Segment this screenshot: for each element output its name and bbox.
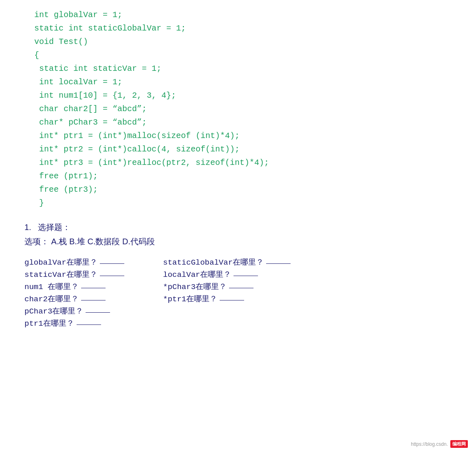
fill-localvar: localVar在哪里？ (163, 269, 302, 280)
pchar3-deref-underline (229, 288, 253, 288)
code-line-4: { (24, 48, 460, 62)
globalvar-label: globalVar在哪里？ (24, 257, 97, 267)
fill-row-5: pChar3在哪里？ (24, 306, 460, 316)
ptr1-deref-label: *ptr1在哪里？ (163, 294, 217, 304)
ptr1-label: ptr1在哪里？ (24, 318, 74, 329)
fill-row-3: num1 在哪里？ *pChar3在哪里？ (24, 281, 460, 292)
pchar3-label: pChar3在哪里？ (24, 306, 83, 316)
fill-globalvar: globalVar在哪里？ (24, 257, 163, 267)
ptr1-deref-underline (220, 300, 244, 300)
char2-underline (81, 300, 106, 300)
localvar-label: localVar在哪里？ (163, 269, 231, 280)
localvar-underline (234, 276, 258, 276)
watermark: https://blog.csdn. 编程网 (411, 440, 468, 448)
fill-row-1: globalVar在哪里？ staticGlobalVar在哪里？ (24, 257, 460, 267)
staticvar-label: staticVar在哪里？ (24, 269, 97, 280)
fill-ptr1-deref: *ptr1在哪里？ (163, 294, 302, 304)
globalvar-underline (100, 263, 124, 264)
fill-pchar3-deref: *pChar3在哪里？ (163, 281, 302, 292)
fill-staticvar: staticVar在哪里？ (24, 269, 163, 280)
num1-underline (81, 288, 106, 288)
staticglobalvar-underline (266, 263, 291, 264)
pchar3-underline (86, 312, 110, 313)
code-line-2: static int staticGlobalVar = 1; (24, 22, 460, 35)
code-line-7: int num1[10] = {1, 2, 3, 4}; (24, 89, 460, 102)
staticglobalvar-label: staticGlobalVar在哪里？ (163, 257, 264, 267)
code-block: int globalVar = 1; static int staticGlob… (16, 8, 460, 210)
watermark-url: https://blog.csdn. (411, 441, 448, 447)
staticvar-underline (100, 276, 124, 276)
code-line-14: free (ptr3); (24, 183, 460, 196)
fill-staticglobalvar: staticGlobalVar在哪里？ (163, 257, 302, 267)
pchar3-deref-label: *pChar3在哪里？ (163, 281, 227, 292)
question-title: 1. 选择题： (24, 222, 460, 233)
fill-pchar3: pChar3在哪里？ (24, 306, 163, 316)
code-line-9: char* pChar3 = “abcd”; (24, 116, 460, 129)
watermark-logo: 编程网 (450, 440, 468, 448)
fill-num1: num1 在哪里？ (24, 281, 163, 292)
question-options: 选项： A.栈 B.堆 C.数据段 D.代码段 (24, 236, 460, 247)
ptr1-underline (77, 324, 101, 325)
code-line-3: void Test() (24, 35, 460, 48)
fill-ptr1: ptr1在哪里？ (24, 318, 163, 329)
code-line-5: static int staticVar = 1; (24, 62, 460, 75)
num1-label: num1 在哪里？ (24, 281, 79, 292)
code-line-12: int* ptr3 = (int*)realloc(ptr2, sizeof(i… (24, 156, 460, 169)
code-line-8: char char2[] = “abcd”; (24, 102, 460, 116)
fill-row-4: char2在哪里？ *ptr1在哪里？ (24, 294, 460, 304)
question-section: 1. 选择题： 选项： A.栈 B.堆 C.数据段 D.代码段 globalVa… (16, 222, 460, 329)
code-line-15: } (24, 196, 460, 210)
fill-row-6: ptr1在哪里？ (24, 318, 460, 329)
code-line-10: int* ptr1 = (int*)malloc(sizeof (int)*4)… (24, 129, 460, 142)
fill-char2: char2在哪里？ (24, 294, 163, 304)
fill-row-2: staticVar在哪里？ localVar在哪里？ (24, 269, 460, 280)
code-line-13: free (ptr1); (24, 169, 460, 183)
code-line-6: int localVar = 1; (24, 75, 460, 89)
code-line-11: int* ptr2 = (int*)calloc(4, sizeof(int))… (24, 142, 460, 156)
char2-label: char2在哪里？ (24, 294, 79, 304)
code-line-1: int globalVar = 1; (24, 8, 460, 22)
